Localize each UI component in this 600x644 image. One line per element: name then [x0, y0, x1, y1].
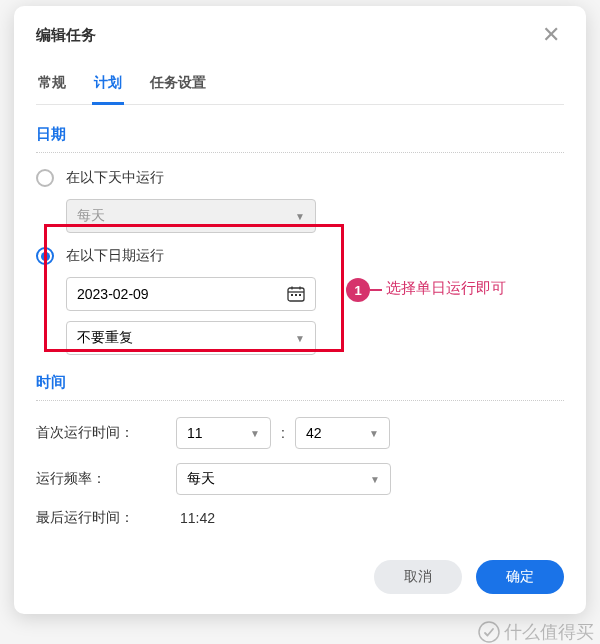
select-value: 11	[187, 425, 203, 441]
select-hour[interactable]: 11 ▼	[176, 417, 271, 449]
radio-icon[interactable]	[36, 247, 54, 265]
label-last-run: 最后运行时间：	[36, 509, 176, 527]
watermark-icon	[478, 621, 500, 643]
radio-label: 在以下天中运行	[66, 169, 164, 187]
select-value: 每天	[187, 470, 215, 488]
label-first-run: 首次运行时间：	[36, 424, 176, 442]
divider	[36, 152, 564, 153]
chevron-down-icon: ▼	[295, 211, 305, 222]
select-value: 42	[306, 425, 322, 441]
last-run-value: 11:42	[176, 510, 564, 526]
svg-point-7	[479, 622, 499, 642]
label-frequency: 运行频率：	[36, 470, 176, 488]
chevron-down-icon: ▼	[295, 333, 305, 344]
select-frequency[interactable]: 每天 ▼	[176, 463, 391, 495]
radio-icon[interactable]	[36, 169, 54, 187]
select-days: 每天 ▼	[66, 199, 316, 233]
select-value: 每天	[77, 207, 105, 225]
radio-label: 在以下日期运行	[66, 247, 164, 265]
divider	[36, 400, 564, 401]
select-value: 不要重复	[77, 329, 133, 347]
annotation-line	[370, 289, 382, 291]
select-minute[interactable]: 42 ▼	[295, 417, 390, 449]
svg-rect-2	[291, 294, 293, 296]
svg-rect-4	[299, 294, 301, 296]
dialog-header: 编辑任务 ✕	[14, 6, 586, 56]
dialog-footer: 取消 确定	[14, 546, 586, 614]
annotation-badge: 1	[346, 278, 370, 302]
tab-bar: 常规 计划 任务设置	[36, 64, 564, 105]
date-input[interactable]: 2023-02-09	[66, 277, 316, 311]
date-value: 2023-02-09	[77, 286, 149, 302]
tab-settings[interactable]: 任务设置	[148, 64, 208, 104]
section-title-date: 日期	[36, 125, 564, 144]
edit-task-dialog: 编辑任务 ✕ 常规 计划 任务设置 日期 在以下天中运行 每天 ▼ 在以下日期运…	[14, 6, 586, 614]
select-repeat[interactable]: 不要重复 ▼	[66, 321, 316, 355]
dialog-title: 编辑任务	[36, 26, 96, 45]
chevron-down-icon: ▼	[250, 428, 260, 439]
cancel-button[interactable]: 取消	[374, 560, 462, 594]
section-title-time: 时间	[36, 373, 564, 392]
radio-run-on-date[interactable]: 在以下日期运行	[36, 247, 564, 265]
chevron-down-icon: ▼	[370, 474, 380, 485]
close-icon[interactable]: ✕	[538, 24, 564, 46]
confirm-button[interactable]: 确定	[476, 560, 564, 594]
radio-run-on-days[interactable]: 在以下天中运行	[36, 169, 564, 187]
tab-general[interactable]: 常规	[36, 64, 68, 104]
tab-schedule[interactable]: 计划	[92, 64, 124, 104]
svg-rect-3	[295, 294, 297, 296]
watermark: 什么值得买	[478, 620, 594, 644]
chevron-down-icon: ▼	[369, 428, 379, 439]
calendar-icon[interactable]	[287, 286, 305, 302]
colon: :	[281, 425, 285, 441]
annotation-text: 选择单日运行即可	[386, 279, 506, 298]
